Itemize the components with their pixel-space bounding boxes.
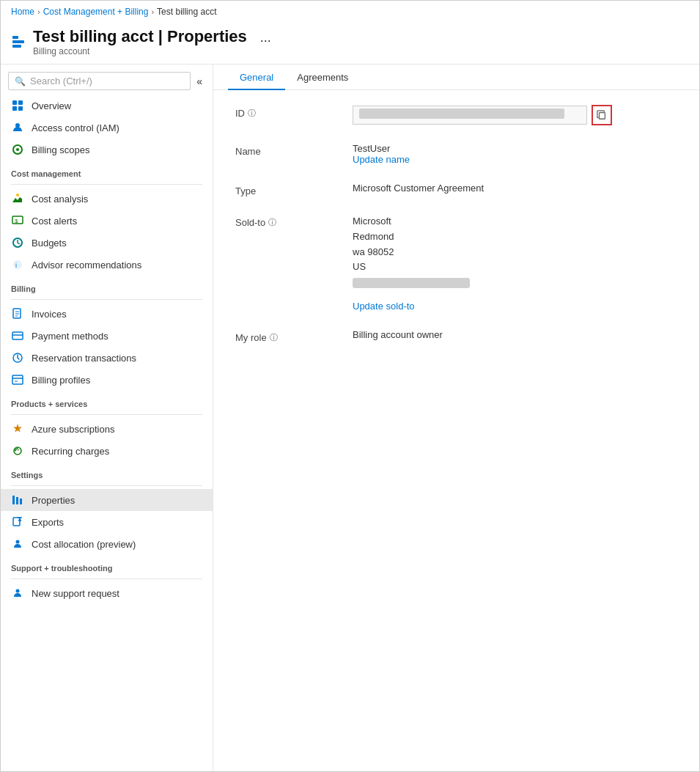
section-label-billing: Billing: [1, 276, 213, 296]
search-row: 🔍 Search (Ctrl+/) «: [1, 65, 213, 95]
svg-rect-3: [18, 106, 23, 111]
svg-point-7: [16, 194, 19, 196]
sold-to-line2: Redmond: [353, 229, 677, 245]
property-row-name: Name TestUser Update name: [235, 143, 677, 165]
sidebar-item-new-support[interactable]: New support request: [1, 582, 213, 604]
divider-support: [11, 578, 202, 579]
search-box[interactable]: 🔍 Search (Ctrl+/): [8, 72, 191, 90]
sidebar-label-payment-methods: Payment methods: [32, 331, 108, 342]
sidebar-label-invoices: Invoices: [32, 309, 67, 320]
copy-id-button[interactable]: [592, 105, 612, 125]
svg-rect-24: [12, 496, 15, 504]
section-label-settings: Settings: [1, 462, 213, 482]
sidebar-item-overview[interactable]: Overview: [1, 95, 213, 117]
sidebar-label-properties: Properties: [32, 495, 75, 506]
property-row-my-role: My role ⓘ Billing account owner: [235, 329, 677, 343]
svg-point-6: [16, 148, 19, 151]
sidebar-item-azure-subscriptions[interactable]: Azure subscriptions: [1, 418, 213, 440]
svg-rect-25: [16, 497, 18, 504]
sidebar-label-cost-analysis: Cost analysis: [32, 194, 88, 205]
section-label-cost-management: Cost management: [1, 161, 213, 181]
svg-point-11: [13, 260, 22, 269]
content-area: General Agreements ID ⓘ: [213, 65, 699, 771]
breadcrumb-current: Test billing acct: [157, 7, 216, 17]
sidebar-item-billing-profiles[interactable]: Billing profiles: [1, 369, 213, 391]
cost-alerts-icon: $: [11, 214, 24, 227]
svg-point-30: [16, 540, 20, 544]
sidebar-item-exports[interactable]: Exports: [1, 511, 213, 533]
cost-allocation-icon: [11, 537, 24, 551]
update-name-link[interactable]: Update name: [353, 154, 410, 165]
sidebar-item-iam[interactable]: Access control (IAM): [1, 117, 213, 139]
sidebar-label-cost-allocation: Cost allocation (preview): [32, 539, 136, 550]
overview-icon: [11, 99, 24, 112]
budgets-icon: [11, 236, 24, 249]
svg-text:$: $: [15, 218, 18, 224]
billing-profiles-icon: [11, 373, 24, 386]
sidebar-item-reservation-transactions[interactable]: Reservation transactions: [1, 347, 213, 369]
sidebar-label-cost-alerts: Cost alerts: [32, 216, 77, 227]
divider-cost-management: [11, 184, 202, 185]
sidebar-label-iam: Access control (IAM): [32, 122, 119, 133]
property-label-type: Type: [235, 183, 353, 196]
tab-agreements[interactable]: Agreements: [285, 65, 360, 90]
property-value-id: [353, 105, 677, 125]
sold-to-info-icon: ⓘ: [268, 217, 276, 228]
sold-to-blurred-value: [353, 278, 470, 288]
sidebar-label-budgets: Budgets: [32, 238, 67, 249]
tab-general[interactable]: General: [228, 65, 285, 90]
header-title-area: Test billing acct | Properties Billing a…: [33, 27, 247, 56]
header-icon: [11, 34, 26, 49]
sidebar-item-billing-scopes[interactable]: Billing scopes: [1, 139, 213, 161]
svg-point-31: [16, 589, 20, 593]
sidebar-item-cost-analysis[interactable]: Cost analysis: [1, 188, 213, 210]
my-role-info-icon: ⓘ: [270, 332, 278, 343]
name-value: TestUser: [353, 143, 677, 154]
sidebar-label-new-support: New support request: [32, 588, 119, 599]
sidebar-item-recurring-charges[interactable]: Recurring charges: [1, 440, 213, 462]
sidebar-label-billing-profiles: Billing profiles: [32, 375, 90, 386]
sidebar-item-cost-allocation[interactable]: Cost allocation (preview): [1, 533, 213, 555]
breadcrumb-parent[interactable]: Cost Management + Billing: [43, 7, 149, 17]
subscriptions-icon: [11, 422, 24, 435]
divider-settings: [11, 485, 202, 486]
type-value: Microsoft Customer Agreement: [353, 183, 484, 194]
sold-to-line3: wa 98052: [353, 245, 677, 260]
main-layout: 🔍 Search (Ctrl+/) « Overview: [1, 65, 699, 771]
property-row-type: Type Microsoft Customer Agreement: [235, 183, 677, 196]
id-field-row: [353, 105, 677, 125]
page-subtitle: Billing account: [33, 46, 247, 56]
sidebar-item-cost-alerts[interactable]: $ Cost alerts: [1, 210, 213, 232]
sidebar-item-invoices[interactable]: Invoices: [1, 303, 213, 325]
properties-icon: [11, 493, 24, 507]
update-sold-to-link[interactable]: Update sold-to: [353, 301, 415, 312]
svg-rect-0: [12, 100, 17, 105]
sidebar-label-overview: Overview: [32, 100, 71, 111]
id-blurred-value: [359, 109, 564, 119]
search-icon: 🔍: [15, 76, 26, 87]
sidebar-label-recurring-charges: Recurring charges: [32, 446, 109, 457]
payment-icon: [11, 329, 24, 342]
reservation-icon: [11, 351, 24, 364]
collapse-sidebar-button[interactable]: «: [194, 73, 205, 90]
sidebar-item-properties[interactable]: Properties: [1, 489, 213, 511]
sidebar: 🔍 Search (Ctrl+/) « Overview: [1, 65, 213, 771]
properties-content: ID ⓘ: [213, 90, 699, 375]
sidebar-label-billing-scopes: Billing scopes: [32, 144, 90, 155]
breadcrumb: Home › Cost Management + Billing › Test …: [1, 1, 699, 23]
support-icon: [11, 587, 24, 600]
property-value-type: Microsoft Customer Agreement: [353, 183, 677, 194]
sidebar-item-payment-methods[interactable]: Payment methods: [1, 325, 213, 347]
svg-text:i: i: [15, 262, 17, 269]
svg-rect-27: [13, 518, 20, 526]
property-value-my-role: Billing account owner: [353, 329, 677, 340]
header-ellipsis-button[interactable]: ···: [260, 33, 271, 48]
cost-analysis-icon: [11, 192, 24, 205]
sidebar-item-budgets[interactable]: Budgets: [1, 232, 213, 254]
property-label-sold-to: Sold-to ⓘ: [235, 214, 353, 228]
svg-rect-2: [12, 106, 17, 111]
breadcrumb-home[interactable]: Home: [11, 7, 34, 17]
sidebar-item-advisor[interactable]: i Advisor recommendations: [1, 254, 213, 276]
svg-rect-20: [12, 375, 23, 384]
billing-scopes-icon: [11, 143, 24, 156]
